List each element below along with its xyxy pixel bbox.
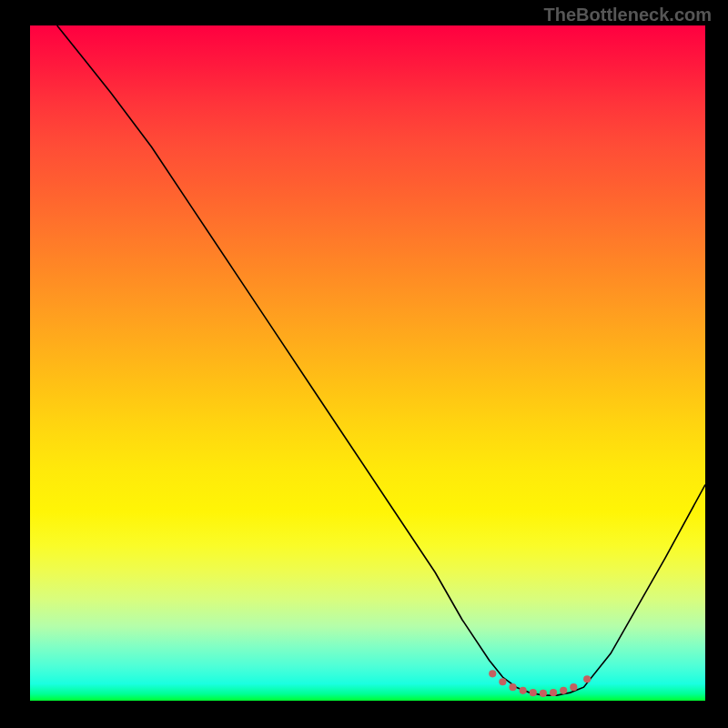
marker-dot xyxy=(520,687,527,694)
marker-dot xyxy=(550,689,557,696)
marker-dot xyxy=(570,683,577,691)
chart-svg xyxy=(30,25,705,701)
marker-dot xyxy=(560,687,567,694)
marker-dot xyxy=(499,678,506,685)
chart-container: TheBottleneck.com xyxy=(0,0,728,728)
marker-dot xyxy=(583,675,591,682)
watermark-text: TheBottleneck.com xyxy=(544,5,712,25)
marker-dot xyxy=(509,683,516,691)
marker-dot xyxy=(489,670,496,677)
bottleneck-curve xyxy=(57,25,705,695)
curve-markers xyxy=(489,670,591,697)
marker-dot xyxy=(540,690,547,697)
marker-dot xyxy=(530,689,537,696)
plot-area xyxy=(30,25,705,701)
